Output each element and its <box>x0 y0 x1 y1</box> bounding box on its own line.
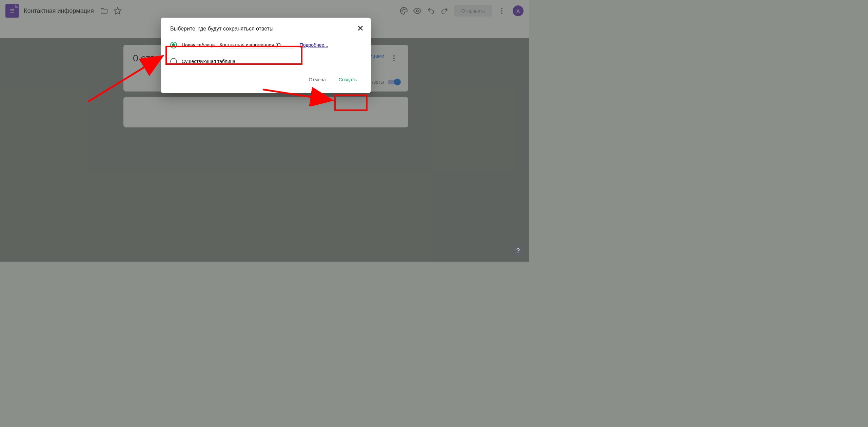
accept-responses-toggle[interactable] <box>388 80 400 84</box>
response-destination-dialog: Выберите, где будут сохраняться ответы Н… <box>161 18 371 93</box>
svg-point-6 <box>402 11 402 11</box>
undo-icon[interactable] <box>424 4 438 18</box>
svg-point-11 <box>501 10 502 12</box>
responses-more-icon[interactable] <box>387 52 401 65</box>
svg-rect-2 <box>10 11 11 11</box>
account-avatar[interactable]: А <box>513 5 524 16</box>
close-icon[interactable] <box>357 24 364 33</box>
help-icon[interactable]: ? <box>513 245 524 256</box>
svg-rect-4 <box>10 12 11 13</box>
svg-rect-3 <box>12 11 14 11</box>
folder-icon[interactable] <box>97 4 111 18</box>
learn-more-link[interactable]: Подробнее... <box>300 42 328 48</box>
option-existing-label: Существующая таблица <box>182 59 235 64</box>
svg-point-15 <box>393 60 395 61</box>
svg-rect-0 <box>10 9 11 10</box>
star-icon[interactable] <box>111 4 124 18</box>
more-vert-icon[interactable] <box>495 4 509 18</box>
option-existing-spreadsheet[interactable]: Существующая таблица <box>170 58 361 65</box>
svg-point-14 <box>393 58 395 59</box>
svg-point-8 <box>405 9 405 10</box>
radio-selected-icon[interactable] <box>170 42 177 48</box>
forms-logo-icon[interactable] <box>5 4 19 18</box>
svg-rect-5 <box>12 12 14 13</box>
dialog-title: Выберите, где будут сохраняться ответы <box>170 26 361 32</box>
spreadsheet-name-input[interactable] <box>220 41 295 48</box>
cancel-button[interactable]: Отмена <box>304 74 331 85</box>
dialog-actions: Отмена Создать <box>170 74 361 85</box>
option-new-spreadsheet[interactable]: Новая таблица Подробнее... <box>170 41 361 48</box>
create-button[interactable]: Создать <box>334 74 361 85</box>
radio-unselected-icon[interactable] <box>170 58 177 65</box>
svg-point-9 <box>416 10 418 12</box>
preview-icon[interactable] <box>411 4 424 18</box>
svg-point-12 <box>501 13 502 14</box>
responses-empty-card <box>123 97 408 127</box>
svg-point-7 <box>403 9 403 9</box>
send-button[interactable]: Отправить <box>454 5 492 17</box>
option-new-label: Новая таблица <box>182 42 215 48</box>
svg-point-13 <box>393 55 395 57</box>
svg-point-10 <box>501 8 502 9</box>
doc-title[interactable]: Контактная информация <box>24 7 94 15</box>
svg-rect-1 <box>12 9 14 10</box>
redo-icon[interactable] <box>438 4 451 18</box>
palette-icon[interactable] <box>397 4 411 18</box>
